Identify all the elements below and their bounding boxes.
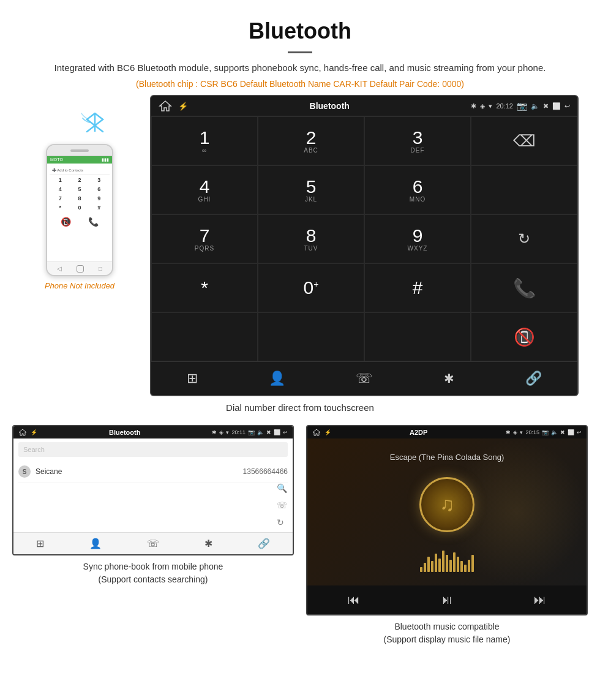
svg-marker-0 [160,101,171,111]
equalizer-bar [449,560,452,572]
car-nav-link-icon[interactable]: 🔗 [525,371,542,386]
dial-key-8[interactable]: 8 TUV [258,214,364,263]
phone-bottom-bar: ◁ □ [47,262,112,275]
phonebook-item: ⚡ Bluetooth ✱ ◈ ▾ 20:11 📷 🔈 ✖ ⬜ ↩ Search [12,425,294,646]
equalizer-bar [453,552,456,572]
dial-key-4[interactable]: 4 GHI [151,165,258,214]
pb-vol-icon: 🔈 [257,429,264,435]
car-back-icon[interactable]: ↩ [564,102,570,110]
equalizer-bar [420,567,422,572]
car-nav-contacts-icon[interactable]: 👤 [269,371,285,386]
equalizer-bar [464,565,467,572]
dial-call-red[interactable]: 📵 [471,312,577,361]
dial-key-2[interactable]: 2 ABC [258,116,364,165]
dial-key-hash[interactable]: # [364,263,471,312]
music-note-icon: ♫ [440,493,454,516]
pb-nav-bluetooth[interactable]: ✱ [204,538,212,549]
pb-x-icon: ✖ [266,429,271,435]
music-x-icon: ✖ [560,429,565,435]
dial-key-star[interactable]: * [151,263,258,312]
car-camera-icon[interactable]: 📷 [517,101,527,111]
phone-key-star: * [51,203,70,212]
pb-nav-contacts[interactable]: 👤 [89,538,102,549]
car-screen-wrapper: ⚡ Bluetooth ✱ ◈ ▾ 20:12 📷 🔈 ✖ ⬜ ↩ [150,95,579,396]
car-location-icon: ◈ [480,102,485,110]
music-play-pause-icon[interactable]: ⏯ [441,593,453,607]
music-next-icon[interactable]: ⏭ [534,593,546,607]
phone-mockup: MOTO ▮▮▮ ➕ Add to Contacts 1 2 3 4 5 6 7… [46,144,113,276]
dial-key-7[interactable]: 7 PQRS [151,214,258,263]
music-win-icon: ⬜ [568,429,574,435]
phone-key-hash: # [89,203,108,212]
music-caption: Bluetooth music compatible (Support disp… [306,620,588,646]
pb-bt-icon: ✱ [212,429,217,435]
svg-marker-1 [19,429,26,435]
dial-key-0[interactable]: 0+ [258,263,364,312]
music-time: 20:15 [525,429,539,435]
phone-key-3: 3 [89,176,108,184]
music-prev-icon[interactable]: ⏮ [348,593,360,607]
music-sig-icon: ▾ [520,429,523,435]
equalizer-bar [435,554,437,572]
pb-search-bar[interactable]: Search [18,442,288,457]
car-close-icon[interactable]: ✖ [543,102,549,110]
pb-search-placeholder: Search [23,446,45,453]
pb-time: 20:11 [231,429,246,435]
equalizer-bar [424,563,426,572]
pb-nav-phone[interactable]: ☏ [147,538,159,549]
dial-key-5[interactable]: 5 JKL [258,165,364,214]
dial-key-backspace[interactable]: ⌫ [471,116,577,165]
music-album-art: ♫ [419,477,474,532]
equalizer-bar [460,561,463,572]
dial-reload[interactable]: ↻ [471,214,577,263]
header-description: Integrated with BC6 Bluetooth module, su… [12,61,588,75]
phone-keypad: 1 2 3 4 5 6 7 8 9 * 0 # [50,175,110,213]
phone-key-7: 7 [51,194,70,203]
phone-key-9: 9 [89,194,108,203]
pb-sig-icon: ▾ [226,429,229,435]
car-screen: ⚡ Bluetooth ✱ ◈ ▾ 20:12 📷 🔈 ✖ ⬜ ↩ [150,95,579,396]
equalizer-bar [438,559,441,572]
phone-side: MOTO ▮▮▮ ➕ Add to Contacts 1 2 3 4 5 6 7… [21,95,138,290]
music-content: Escape (The Pina Colada Song) ♫ [307,438,587,585]
phone-speaker [70,149,89,152]
pb-title: Bluetooth [109,429,140,436]
bluetooth-specs: (Bluetooth chip : CSR BC6 Default Blueto… [12,79,588,89]
pb-status-left: ⚡ [18,429,37,436]
phone-not-included-label: Phone Not Included [45,281,114,290]
pb-side-search-icon[interactable]: 🔍 [277,483,288,493]
music-title: A2DP [410,429,427,436]
car-signal-icon: ▾ [489,102,492,110]
music-cam-icon: 📷 [542,429,549,435]
pb-side-reload-icon[interactable]: ↻ [277,517,288,527]
phone-key-1: 1 [51,176,70,184]
dial-key-1[interactable]: 1 ∞ [151,116,258,165]
pb-nav-link[interactable]: 🔗 [258,538,270,549]
dial-call-green[interactable]: 📞 [471,263,577,312]
car-nav-phone-icon[interactable]: ☏ [356,371,373,386]
bluetooth-signal-icon [80,107,110,138]
page-title: Bluetooth [12,18,588,44]
dial-key-9[interactable]: 9 WXYZ [364,214,471,263]
pb-contact-list: S Seicane 13566664466 [13,461,293,483]
car-title: Bluetooth [310,101,350,111]
pb-contact-row: S Seicane 13566664466 [18,461,288,483]
phone-screen-label: MOTO [50,157,63,162]
pb-side-phone-icon[interactable]: ☏ [277,500,288,510]
music-status-left: ⚡ [312,429,331,436]
music-screen: ⚡ A2DP ✱ ◈ ▾ 20:15 📷 🔈 ✖ ⬜ ↩ Escape [306,425,588,615]
car-window-icon[interactable]: ⬜ [552,102,561,110]
dial-key-6[interactable]: 6 MNO [364,165,471,214]
car-nav-bluetooth-icon[interactable]: ✱ [444,371,454,386]
car-status-left: ⚡ [159,100,188,112]
dial-key-3[interactable]: 3 DEF [364,116,471,165]
car-usb-icon: ⚡ [178,102,188,111]
car-home-icon[interactable] [159,100,172,112]
music-usb-icon: ⚡ [324,429,331,435]
pb-status-bar: ⚡ Bluetooth ✱ ◈ ▾ 20:11 📷 🔈 ✖ ⬜ ↩ [13,426,293,438]
car-nav-dialpad-icon[interactable]: ⊞ [187,371,198,386]
phonebook-screen: ⚡ Bluetooth ✱ ◈ ▾ 20:11 📷 🔈 ✖ ⬜ ↩ Search [12,425,294,555]
pb-nav-dialpad[interactable]: ⊞ [36,538,44,549]
music-bt-icon: ✱ [506,429,511,435]
car-volume-icon[interactable]: 🔈 [531,102,539,110]
